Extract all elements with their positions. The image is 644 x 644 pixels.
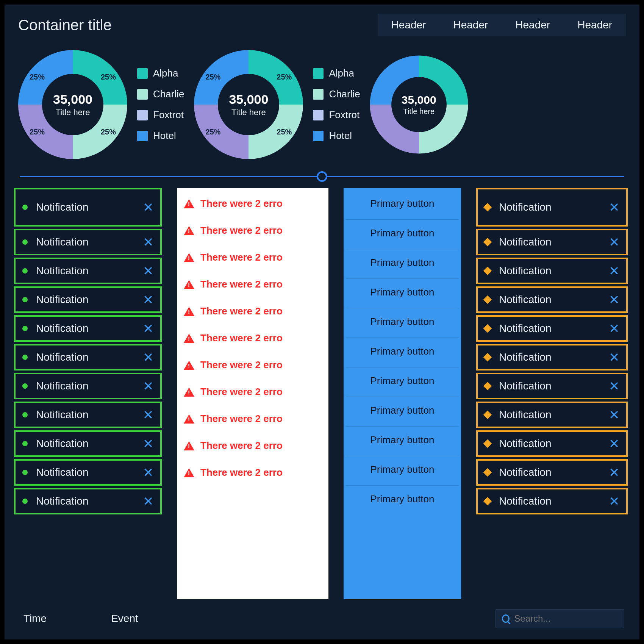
close-icon[interactable]: ✕ xyxy=(143,322,153,335)
error-item[interactable]: There were 2 erro xyxy=(184,198,322,209)
primary-button[interactable]: Primary button xyxy=(346,456,459,483)
close-icon[interactable]: ✕ xyxy=(143,495,153,508)
error-item[interactable]: There were 2 erro xyxy=(184,305,322,317)
close-icon[interactable]: ✕ xyxy=(143,264,153,277)
error-item[interactable]: There were 2 erro xyxy=(184,225,322,236)
notification-item[interactable]: Notification✕ xyxy=(14,459,162,486)
notification-item[interactable]: Notification✕ xyxy=(14,258,162,284)
notification-item[interactable]: Notification✕ xyxy=(14,402,162,428)
primary-button[interactable]: Primary button xyxy=(346,308,459,335)
error-item[interactable]: There were 2 erro xyxy=(184,440,322,452)
donut-chart: 25% 25% 25% 25% 35,000 Title here xyxy=(192,48,305,161)
notification-label: Notification xyxy=(36,380,89,392)
slider-thumb[interactable] xyxy=(317,171,327,182)
close-icon[interactable]: ✕ xyxy=(143,466,153,479)
header-tab[interactable]: Header xyxy=(378,14,440,36)
notification-label: Notification xyxy=(36,201,89,213)
error-text: There were 2 erro xyxy=(200,440,283,452)
error-item[interactable]: There were 2 erro xyxy=(184,359,322,371)
columns: Notification✕Notification✕Notification✕N… xyxy=(5,188,639,599)
notification-label: Notification xyxy=(499,294,552,306)
primary-button[interactable]: Primary button xyxy=(346,397,459,424)
notification-item[interactable]: Notification✕ xyxy=(476,344,628,370)
diamond-icon xyxy=(483,324,492,333)
close-icon[interactable]: ✕ xyxy=(609,466,619,479)
close-icon[interactable]: ✕ xyxy=(609,236,619,249)
notification-item[interactable]: Notification✕ xyxy=(14,188,162,227)
status-dot-icon xyxy=(22,297,28,302)
error-item[interactable]: There were 2 erro xyxy=(184,467,322,478)
notification-item[interactable]: Notification✕ xyxy=(476,286,628,313)
notification-label: Notification xyxy=(36,294,89,306)
primary-button[interactable]: Primary button xyxy=(346,338,459,365)
close-icon[interactable]: ✕ xyxy=(143,408,153,421)
close-icon[interactable]: ✕ xyxy=(609,322,619,335)
close-icon[interactable]: ✕ xyxy=(143,201,153,214)
status-dot-icon xyxy=(22,441,28,446)
legend-label: Charlie xyxy=(153,88,184,100)
notification-item[interactable]: Notification✕ xyxy=(476,488,628,514)
notification-item[interactable]: Notification✕ xyxy=(476,315,628,342)
error-text: There were 2 erro xyxy=(200,198,283,209)
close-icon[interactable]: ✕ xyxy=(143,437,153,450)
close-icon[interactable]: ✕ xyxy=(609,408,619,421)
close-icon[interactable]: ✕ xyxy=(143,236,153,249)
notification-item[interactable]: Notification✕ xyxy=(14,286,162,313)
donut-chart: 35,000 Title here xyxy=(368,53,470,156)
notification-item[interactable]: Notification✕ xyxy=(14,315,162,342)
legend-item: Foxtrot xyxy=(137,109,184,121)
notification-item[interactable]: Notification✕ xyxy=(14,344,162,370)
notification-item[interactable]: Notification✕ xyxy=(476,258,628,284)
notification-column-orange: Notification✕Notification✕Notification✕N… xyxy=(476,188,628,599)
close-icon[interactable]: ✕ xyxy=(609,264,619,277)
primary-button[interactable]: Primary button xyxy=(346,219,459,247)
header-tab[interactable]: Header xyxy=(564,14,626,36)
error-item[interactable]: There were 2 erro xyxy=(184,252,322,263)
close-icon[interactable]: ✕ xyxy=(609,495,619,508)
error-item[interactable]: There were 2 erro xyxy=(184,386,322,398)
close-icon[interactable]: ✕ xyxy=(609,437,619,450)
close-icon[interactable]: ✕ xyxy=(143,293,153,306)
close-icon[interactable]: ✕ xyxy=(609,351,619,364)
notification-item[interactable]: Notification✕ xyxy=(476,373,628,399)
close-icon[interactable]: ✕ xyxy=(143,351,153,364)
notification-item[interactable]: Notification✕ xyxy=(14,488,162,514)
close-icon[interactable]: ✕ xyxy=(609,293,619,306)
table-header: Time Event xyxy=(23,613,138,625)
donut-chart: 25% 25% 25% 25% 35,000 Title here xyxy=(16,48,130,161)
search-box[interactable] xyxy=(496,609,624,628)
notification-item[interactable]: Notification✕ xyxy=(476,459,628,486)
primary-button[interactable]: Primary button xyxy=(346,249,459,276)
close-icon[interactable]: ✕ xyxy=(609,380,619,392)
header-tab[interactable]: Header xyxy=(502,14,564,36)
chart-block: 25% 25% 25% 25% 35,000 Title here Alpha … xyxy=(16,48,184,161)
notification-label: Notification xyxy=(499,495,552,507)
slider[interactable] xyxy=(5,165,639,188)
error-item[interactable]: There were 2 erro xyxy=(184,278,322,290)
notification-item[interactable]: Notification✕ xyxy=(14,373,162,399)
header-tab[interactable]: Header xyxy=(439,14,502,36)
primary-button[interactable]: Primary button xyxy=(346,278,459,306)
legend-item: Foxtrot xyxy=(313,109,360,121)
diamond-icon xyxy=(483,468,492,477)
primary-button[interactable]: Primary button xyxy=(346,485,459,513)
notification-item[interactable]: Notification✕ xyxy=(14,229,162,255)
notification-item[interactable]: Notification✕ xyxy=(476,402,628,428)
notification-label: Notification xyxy=(36,322,89,335)
swatch-icon xyxy=(137,89,148,100)
error-item[interactable]: There were 2 erro xyxy=(184,413,322,425)
error-item[interactable]: There were 2 erro xyxy=(184,332,322,344)
swatch-icon xyxy=(313,68,324,79)
notification-item[interactable]: Notification✕ xyxy=(476,188,628,227)
primary-button[interactable]: Primary button xyxy=(346,426,459,453)
close-icon[interactable]: ✕ xyxy=(609,201,619,214)
slider-track xyxy=(20,176,624,177)
primary-button[interactable]: Primary button xyxy=(346,190,459,217)
notification-item[interactable]: Notification✕ xyxy=(476,430,628,457)
primary-button[interactable]: Primary button xyxy=(346,367,459,394)
search-input[interactable] xyxy=(514,613,618,624)
notification-item[interactable]: Notification✕ xyxy=(476,229,628,255)
status-dot-icon xyxy=(22,268,28,274)
notification-item[interactable]: Notification✕ xyxy=(14,430,162,457)
close-icon[interactable]: ✕ xyxy=(143,380,153,392)
